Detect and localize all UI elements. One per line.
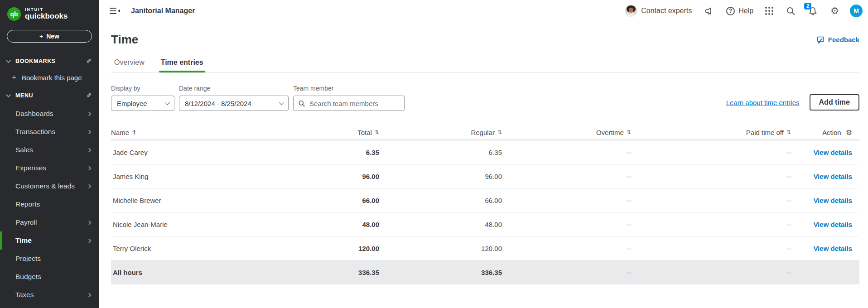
cell-name: Terry Olerick — [111, 245, 311, 252]
cell-name: All hours — [111, 269, 311, 276]
column-header-paid-time-off[interactable]: Paid time off ⇅ — [631, 129, 791, 136]
feedback-link[interactable]: Feedback — [817, 36, 859, 44]
menu-header-label: MENU — [15, 92, 82, 99]
table-row: Jade Carey 6.35 6.35 -- -- View details — [111, 140, 859, 164]
view-details-link[interactable]: View details — [813, 197, 852, 204]
cell-paid-time-off: -- — [631, 221, 791, 228]
cell-overtime: -- — [502, 269, 631, 276]
cell-total: 96.00 — [311, 173, 379, 180]
edit-menu-icon[interactable]: ✎ — [86, 92, 92, 99]
notification-badge: 2 — [804, 3, 811, 10]
cell-name: Jade Carey — [111, 149, 311, 156]
tab-bar: Overview Time entries — [111, 58, 859, 73]
menu-section-header[interactable]: MENU ✎ — [0, 89, 99, 102]
cell-regular: 336.35 — [379, 269, 502, 276]
sidebar-item-expenses[interactable]: Expenses — [0, 159, 99, 177]
table-header-row: Name ↑ Total ⇅ Regular ⇅ Overtime ⇅ Paid… — [111, 125, 859, 140]
feedback-label: Feedback — [828, 36, 859, 43]
new-button-label: New — [46, 33, 59, 40]
column-header-total[interactable]: Total ⇅ — [311, 129, 379, 136]
cell-paid-time-off: -- — [631, 173, 791, 180]
company-name: Janitorial Manager — [131, 7, 195, 15]
sidebar-item-customers-leads[interactable]: Customers & leads — [0, 177, 99, 195]
search-icon[interactable] — [786, 6, 796, 16]
chevron-down-icon — [6, 92, 11, 97]
sidebar-item-sales[interactable]: Sales — [0, 141, 99, 159]
new-button[interactable]: + New — [7, 30, 92, 43]
tab-overview[interactable]: Overview — [114, 58, 145, 72]
date-range-label: Date range — [179, 85, 289, 92]
view-details-link[interactable]: View details — [813, 173, 852, 180]
team-member-search-input[interactable] — [309, 100, 400, 107]
bookmark-this-page-label: Bookmark this page — [22, 74, 82, 82]
view-details-link[interactable]: View details — [813, 221, 852, 228]
table-row: James King 96.00 96.00 -- -- View detail… — [111, 164, 859, 188]
sort-icon: ⇅ — [375, 129, 379, 135]
display-by-select[interactable]: Employee — [111, 96, 174, 111]
sidebar-item-taxes[interactable]: Taxes — [0, 286, 99, 304]
cell-overtime: -- — [502, 197, 631, 204]
team-member-label: Team member — [293, 85, 405, 92]
user-avatar[interactable]: M — [850, 5, 863, 17]
add-time-button[interactable]: Add time — [810, 94, 859, 111]
apps-grid-icon[interactable] — [765, 7, 773, 15]
quickbooks-logo: qb INTUIT quickbooks — [0, 0, 99, 23]
notifications-bell-icon[interactable]: 2 — [808, 6, 818, 16]
brand-quickbooks: quickbooks — [25, 12, 68, 20]
sidebar-item-dashboards[interactable]: Dashboards — [0, 105, 99, 123]
chevron-right-icon — [87, 238, 92, 243]
cell-regular: 66.00 — [379, 197, 502, 204]
cell-name: Nicole Jean-Marie — [111, 221, 311, 228]
search-icon — [298, 100, 305, 107]
bookmark-this-page[interactable]: + Bookmark this page — [0, 71, 99, 84]
cell-name: James King — [111, 173, 311, 180]
team-member-search[interactable] — [293, 96, 405, 111]
chevron-down-icon — [279, 100, 284, 105]
table-settings-gear-icon[interactable]: ⚙ — [846, 128, 852, 137]
sidebar-item-time[interactable]: Time — [0, 231, 99, 250]
top-bar: Janitorial Manager Contact experts ? Hel… — [99, 0, 868, 22]
help-label: Help — [738, 7, 753, 15]
cell-total: 6.35 — [311, 149, 379, 156]
contact-experts-button[interactable]: Contact experts — [625, 5, 692, 17]
sidebar-item-reports[interactable]: Reports — [0, 195, 99, 213]
main-content: Time Feedback Overview Time entries Disp… — [99, 22, 868, 308]
view-details-link[interactable]: View details — [813, 149, 852, 156]
settings-gear-icon[interactable]: ⚙ — [830, 5, 839, 16]
cell-regular: 96.00 — [379, 173, 502, 180]
chevron-right-icon — [87, 130, 92, 134]
sidebar-item-projects[interactable]: Projects — [0, 250, 99, 268]
bookmarks-section-header[interactable]: BOOKMARKS ✎ — [0, 54, 99, 68]
time-entries-table: Name ↑ Total ⇅ Regular ⇅ Overtime ⇅ Paid… — [111, 125, 859, 284]
collapse-sidebar-icon[interactable] — [109, 7, 121, 15]
cell-regular: 120.00 — [379, 245, 502, 252]
contact-experts-label: Contact experts — [641, 7, 692, 15]
sidebar-item-transactions[interactable]: Transactions — [0, 123, 99, 141]
view-details-link[interactable]: View details — [813, 245, 852, 252]
date-range-value: 8/12/2024 - 8/25/2024 — [185, 100, 279, 107]
date-range-select[interactable]: 8/12/2024 - 8/25/2024 — [179, 96, 289, 111]
tab-time-entries[interactable]: Time entries — [161, 58, 203, 72]
plus-icon: + — [12, 73, 16, 82]
help-button[interactable]: ? Help — [726, 7, 753, 15]
learn-about-time-entries-link[interactable]: Learn about time entries — [726, 99, 800, 106]
table-row: Nicole Jean-Marie 48.00 48.00 -- -- View… — [111, 212, 859, 236]
column-header-name[interactable]: Name ↑ — [111, 129, 311, 136]
cell-regular: 48.00 — [379, 221, 502, 228]
megaphone-icon[interactable] — [704, 7, 714, 15]
column-header-overtime[interactable]: Overtime ⇅ — [502, 129, 631, 136]
chevron-right-icon — [87, 184, 92, 188]
cell-total: 48.00 — [311, 221, 379, 228]
cell-overtime: -- — [502, 221, 631, 228]
chevron-right-icon — [87, 148, 92, 152]
display-by-value: Employee — [117, 100, 165, 107]
cell-paid-time-off: -- — [631, 269, 791, 276]
sort-icon: ⇅ — [497, 129, 502, 135]
column-header-regular[interactable]: Regular ⇅ — [379, 129, 502, 136]
edit-bookmarks-icon[interactable]: ✎ — [86, 58, 92, 65]
chevron-down-icon — [6, 58, 11, 63]
sidebar-item-payroll[interactable]: Payroll — [0, 213, 99, 231]
chevron-right-icon — [87, 166, 92, 170]
sidebar-item-budgets[interactable]: Budgets — [0, 268, 99, 286]
chevron-right-icon — [87, 293, 92, 297]
